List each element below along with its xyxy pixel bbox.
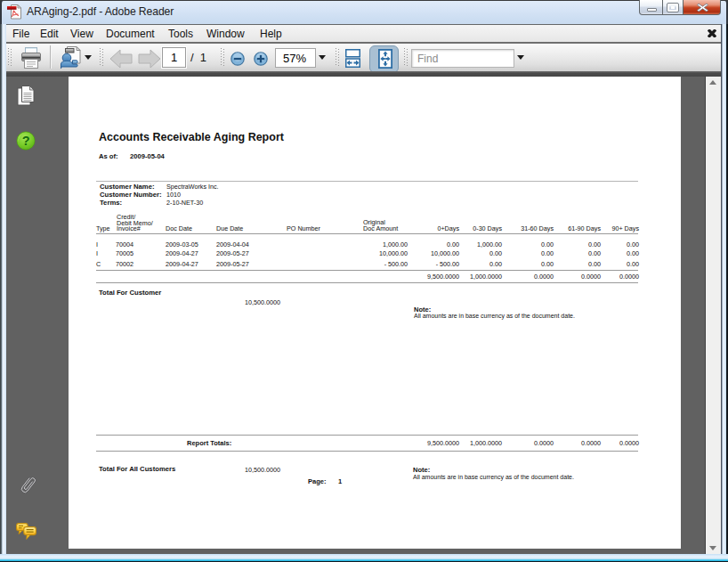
svg-text:?: ? (22, 134, 30, 148)
